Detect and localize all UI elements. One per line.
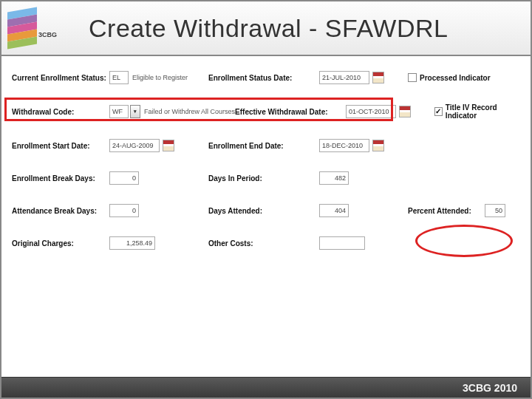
percent-attended[interactable]: 50 [485,204,505,217]
page-title: Create Withdrawal - SFAWDRL [89,14,448,43]
highlight-withdrawal-row [4,98,393,121]
other-costs[interactable] [319,236,365,250]
highlight-percent-attended [415,225,513,257]
enrollment-status-desc: Eligible to Register [132,74,188,81]
label-percent-attended: Percent Attended: [408,207,482,215]
calendar-icon[interactable] [163,140,174,151]
footer-bar: 3CBG 2010 [1,377,531,398]
logo: 3CBG [7,6,66,50]
enrollment-status-code[interactable]: EL [109,71,129,84]
flag-icon [7,10,37,47]
label-days-attended: Days Attended: [208,207,319,215]
slide: 3CBG Create Withdrawal - SFAWDRL Current… [0,0,532,399]
enrollment-break-days[interactable]: 0 [109,171,139,185]
row-attendance: Attendance Break Days: 0 Days Attended: … [12,204,520,217]
enrollment-end-date[interactable]: 18-DEC-2010 [319,139,369,152]
logo-text: 3CBG [38,31,57,38]
enrollment-status-date[interactable]: 21-JUL-2010 [319,71,369,84]
label-attendance-break-days: Attendance Break Days: [12,207,109,215]
footer-text: 3CBG 2010 [463,382,517,394]
label-enrollment-status-date: Enrollment Status Date: [208,74,319,82]
calendar-icon[interactable] [399,106,411,117]
original-charges[interactable]: 1,258.49 [109,236,155,250]
attendance-break-days[interactable]: 0 [109,204,139,217]
title-iv-label: Title IV Record Indicator [446,103,520,120]
label-enrollment-end-date: Enrollment End Date: [208,142,319,150]
days-in-period[interactable]: 482 [319,171,349,185]
label-days-in-period: Days In Period: [208,174,319,183]
label-current-enrollment-status: Current Enrollment Status: [12,74,109,82]
processed-indicator-label: Processed Indicator [420,74,491,82]
label-original-charges: Original Charges: [12,239,109,248]
enrollment-start-date[interactable]: 24-AUG-2009 [109,139,160,152]
header-bar: 3CBG Create Withdrawal - SFAWDRL [1,1,531,56]
row-break-period: Enrollment Break Days: 0 Days In Period:… [12,171,520,185]
label-enrollment-break-days: Enrollment Break Days: [12,174,109,183]
processed-indicator-checkbox[interactable] [408,73,417,82]
days-attended[interactable]: 404 [319,204,349,217]
row-enrollment-status: Current Enrollment Status: EL Eligible t… [12,71,520,84]
title-iv-checkbox[interactable] [434,107,443,116]
calendar-icon[interactable] [372,72,384,83]
label-enrollment-start-date: Enrollment Start Date: [12,142,109,150]
form-area: Current Enrollment Status: EL Eligible t… [1,56,531,276]
label-other-costs: Other Costs: [208,239,319,248]
calendar-icon[interactable] [372,140,384,151]
row-enrollment-dates: Enrollment Start Date: 24-AUG-2009 Enrol… [12,139,520,152]
